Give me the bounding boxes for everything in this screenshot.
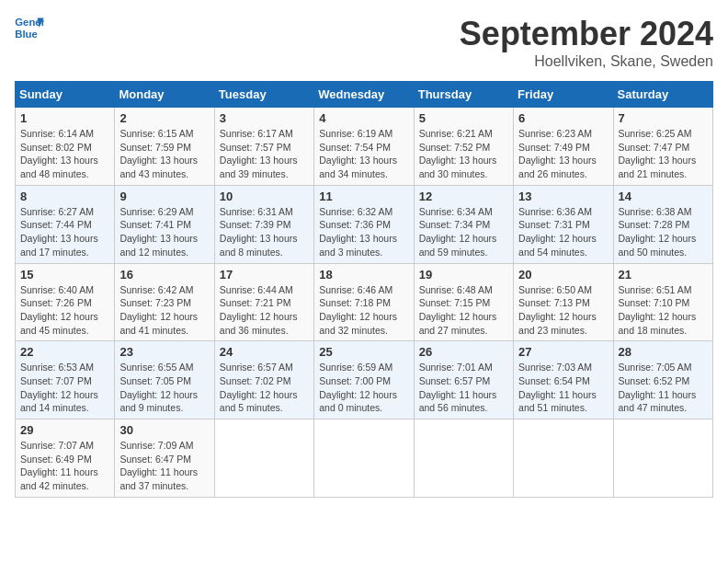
day-number: 10 [220,190,309,203]
calendar-cell [214,419,313,498]
calendar-cell [314,419,414,498]
calendar-cell: 12 Sunrise: 6:34 AM Sunset: 7:34 PM Dayl… [414,185,513,263]
day-number: 11 [319,190,408,203]
calendar-cell: 28 Sunrise: 7:05 AM Sunset: 6:52 PM Dayl… [613,341,712,419]
svg-text:Blue: Blue [15,29,38,40]
day-number: 24 [220,345,309,359]
day-number: 13 [518,190,608,203]
day-number: 4 [319,111,408,125]
day-info: Sunrise: 6:57 AM Sunset: 7:02 PM Dayligh… [220,361,309,415]
day-info: Sunrise: 6:27 AM Sunset: 7:44 PM Dayligh… [20,205,109,259]
month-title: September 2024 [460,15,713,53]
calendar-cell: 30 Sunrise: 7:09 AM Sunset: 6:47 PM Dayl… [115,419,214,498]
day-info: Sunrise: 7:03 AM Sunset: 6:54 PM Dayligh… [518,361,608,415]
day-number: 3 [220,111,309,125]
calendar-cell: 13 Sunrise: 6:36 AM Sunset: 7:31 PM Dayl… [514,185,613,263]
calendar-cell: 7 Sunrise: 6:25 AM Sunset: 7:47 PM Dayli… [613,108,712,186]
calendar-cell: 1 Sunrise: 6:14 AM Sunset: 8:02 PM Dayli… [16,108,115,186]
day-number: 14 [619,190,708,203]
day-info: Sunrise: 6:38 AM Sunset: 7:28 PM Dayligh… [619,205,708,259]
location-title: Hoellviken, Skane, Sweden [460,53,713,70]
day-number: 20 [518,268,608,282]
day-info: Sunrise: 6:29 AM Sunset: 7:41 PM Dayligh… [119,205,209,259]
calendar-cell: 8 Sunrise: 6:27 AM Sunset: 7:44 PM Dayli… [16,185,115,263]
day-number: 16 [119,268,209,282]
day-number: 2 [119,111,209,125]
day-info: Sunrise: 6:46 AM Sunset: 7:18 PM Dayligh… [319,283,408,338]
calendar-week-row: 1 Sunrise: 6:14 AM Sunset: 8:02 PM Dayli… [16,108,713,186]
day-info: Sunrise: 6:17 AM Sunset: 7:57 PM Dayligh… [220,127,309,181]
day-info: Sunrise: 6:14 AM Sunset: 8:02 PM Dayligh… [20,127,109,181]
day-number: 30 [119,423,209,437]
day-number: 1 [20,111,109,125]
header-cell-saturday: Saturday [613,82,712,108]
day-number: 5 [419,111,508,125]
logo-icon: General Blue [15,15,44,40]
day-number: 28 [619,345,708,359]
header-cell-friday: Friday [514,82,613,108]
calendar-cell: 14 Sunrise: 6:38 AM Sunset: 7:28 PM Dayl… [613,185,712,263]
day-number: 9 [119,190,209,203]
calendar-cell [613,419,712,498]
day-info: Sunrise: 6:44 AM Sunset: 7:21 PM Dayligh… [220,283,309,338]
header-cell-sunday: Sunday [16,82,115,108]
header-cell-thursday: Thursday [414,82,513,108]
day-number: 21 [619,268,708,282]
calendar-cell: 23 Sunrise: 6:55 AM Sunset: 7:05 PM Dayl… [115,341,214,419]
calendar-table: SundayMondayTuesdayWednesdayThursdayFrid… [15,81,713,498]
calendar-body: 1 Sunrise: 6:14 AM Sunset: 8:02 PM Dayli… [16,108,713,498]
day-number: 7 [619,111,708,125]
title-area: September 2024 Hoellviken, Skane, Sweden [460,15,713,70]
day-info: Sunrise: 6:23 AM Sunset: 7:49 PM Dayligh… [518,127,608,181]
day-number: 22 [20,345,109,359]
header-cell-monday: Monday [115,82,214,108]
day-number: 15 [20,268,109,282]
day-number: 25 [319,345,408,359]
calendar-cell: 6 Sunrise: 6:23 AM Sunset: 7:49 PM Dayli… [514,108,613,186]
header-cell-wednesday: Wednesday [314,82,414,108]
calendar-week-row: 29 Sunrise: 7:07 AM Sunset: 6:49 PM Dayl… [16,419,713,498]
calendar-cell: 26 Sunrise: 7:01 AM Sunset: 6:57 PM Dayl… [414,341,513,419]
day-number: 17 [220,268,309,282]
day-number: 26 [419,345,508,359]
calendar-cell: 21 Sunrise: 6:51 AM Sunset: 7:10 PM Dayl… [613,263,712,341]
day-info: Sunrise: 6:32 AM Sunset: 7:36 PM Dayligh… [319,205,408,259]
calendar-cell [514,419,613,498]
day-number: 6 [518,111,608,125]
calendar-cell: 29 Sunrise: 7:07 AM Sunset: 6:49 PM Dayl… [16,419,115,498]
logo: General Blue [15,15,44,40]
day-info: Sunrise: 6:21 AM Sunset: 7:52 PM Dayligh… [419,127,508,181]
calendar-cell: 9 Sunrise: 6:29 AM Sunset: 7:41 PM Dayli… [115,185,214,263]
calendar-cell: 17 Sunrise: 6:44 AM Sunset: 7:21 PM Dayl… [214,263,313,341]
calendar-header-row: SundayMondayTuesdayWednesdayThursdayFrid… [16,82,713,108]
calendar-week-row: 8 Sunrise: 6:27 AM Sunset: 7:44 PM Dayli… [16,185,713,263]
day-number: 8 [20,190,109,203]
day-number: 12 [419,190,508,203]
day-info: Sunrise: 6:15 AM Sunset: 7:59 PM Dayligh… [119,127,209,181]
calendar-cell: 3 Sunrise: 6:17 AM Sunset: 7:57 PM Dayli… [214,108,313,186]
day-info: Sunrise: 7:05 AM Sunset: 6:52 PM Dayligh… [619,361,708,415]
calendar-cell [414,419,513,498]
day-info: Sunrise: 6:42 AM Sunset: 7:23 PM Dayligh… [119,283,209,338]
calendar-cell: 22 Sunrise: 6:53 AM Sunset: 7:07 PM Dayl… [16,341,115,419]
day-info: Sunrise: 6:25 AM Sunset: 7:47 PM Dayligh… [619,127,708,181]
day-info: Sunrise: 6:19 AM Sunset: 7:54 PM Dayligh… [319,127,408,181]
day-info: Sunrise: 7:07 AM Sunset: 6:49 PM Dayligh… [20,439,109,493]
day-info: Sunrise: 6:40 AM Sunset: 7:26 PM Dayligh… [20,283,109,338]
calendar-cell: 4 Sunrise: 6:19 AM Sunset: 7:54 PM Dayli… [314,108,414,186]
calendar-cell: 27 Sunrise: 7:03 AM Sunset: 6:54 PM Dayl… [514,341,613,419]
page-header: General Blue September 2024 Hoellviken, … [15,15,713,70]
calendar-cell: 20 Sunrise: 6:50 AM Sunset: 7:13 PM Dayl… [514,263,613,341]
day-info: Sunrise: 7:09 AM Sunset: 6:47 PM Dayligh… [119,439,209,493]
calendar-cell: 18 Sunrise: 6:46 AM Sunset: 7:18 PM Dayl… [314,263,414,341]
day-info: Sunrise: 6:50 AM Sunset: 7:13 PM Dayligh… [518,283,608,338]
day-info: Sunrise: 6:36 AM Sunset: 7:31 PM Dayligh… [518,205,608,259]
calendar-cell: 19 Sunrise: 6:48 AM Sunset: 7:15 PM Dayl… [414,263,513,341]
day-info: Sunrise: 7:01 AM Sunset: 6:57 PM Dayligh… [419,361,508,415]
day-info: Sunrise: 6:31 AM Sunset: 7:39 PM Dayligh… [220,205,309,259]
header-cell-tuesday: Tuesday [214,82,313,108]
calendar-cell: 2 Sunrise: 6:15 AM Sunset: 7:59 PM Dayli… [115,108,214,186]
calendar-week-row: 22 Sunrise: 6:53 AM Sunset: 7:07 PM Dayl… [16,341,713,419]
calendar-cell: 24 Sunrise: 6:57 AM Sunset: 7:02 PM Dayl… [214,341,313,419]
day-info: Sunrise: 6:53 AM Sunset: 7:07 PM Dayligh… [20,361,109,415]
